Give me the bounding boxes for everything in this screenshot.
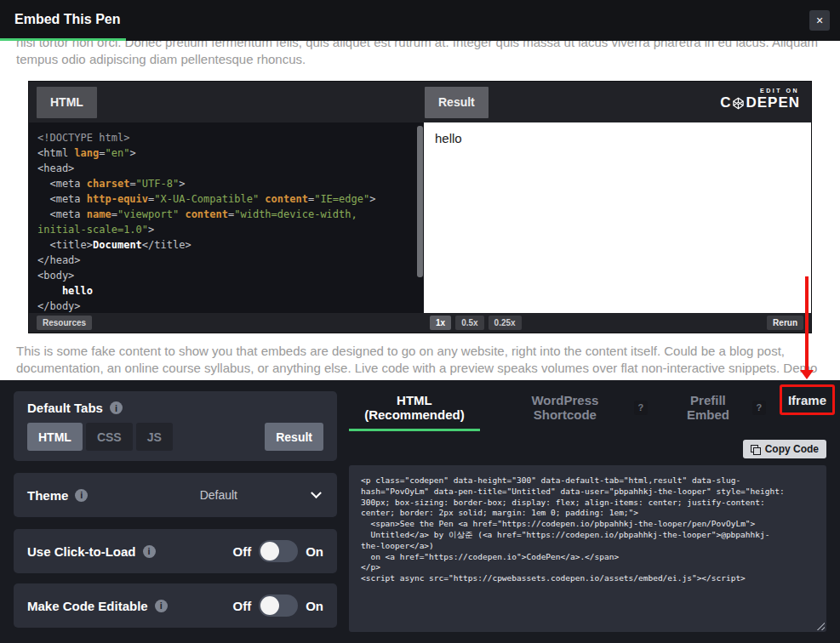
- embed-code-column: HTML (Recommended) WordPress Shortcode ?…: [349, 391, 826, 632]
- theme-panel[interactable]: Theme i Default: [14, 473, 337, 517]
- default-tab-html-button[interactable]: HTML: [27, 423, 83, 451]
- embed-tab-result[interactable]: Result: [425, 87, 489, 118]
- fake-paragraph-top: nisl tortor non orci. Donec pretium ferm…: [16, 41, 824, 68]
- embed-tab-html[interactable]: HTML: [37, 87, 97, 118]
- embed-this-pen-modal: Embed This Pen × nisl tortor non orci. D…: [0, 0, 840, 643]
- click-to-load-on-label: On: [306, 544, 323, 559]
- zoom-05x-button[interactable]: 0.5x: [455, 316, 483, 330]
- tab-label: Prefill Embed: [670, 393, 746, 422]
- copy-icon: [751, 445, 760, 454]
- edit-on-label: EDIT ON: [720, 88, 799, 94]
- codepen-logo-text-after: DEPEN: [746, 94, 800, 111]
- copy-code-row: Copy Code: [349, 440, 826, 458]
- zoom-1x-button[interactable]: 1x: [430, 316, 451, 330]
- zoom-025x-button[interactable]: 0.25x: [489, 316, 522, 330]
- embed-footer: Resources 1x 0.5x 0.25x Rerun: [29, 313, 811, 333]
- embed-options-section: Default Tabs i HTML CSS JS Result Theme …: [0, 380, 840, 643]
- tab-iframe[interactable]: Iframe: [788, 391, 826, 417]
- codepen-logo-icon: [732, 97, 745, 110]
- code-editor[interactable]: <!DOCTYPE html><html lang="en"><head> <m…: [29, 122, 416, 313]
- embed-code-text: <p class="codepen" data-height="300" dat…: [361, 475, 814, 584]
- modal-title: Embed This Pen: [14, 12, 120, 27]
- tab-iframe-wrapper: Iframe: [788, 391, 826, 417]
- edit-on-codepen-link[interactable]: EDIT ON C DEPEN: [720, 88, 800, 111]
- result-output: hello: [435, 131, 462, 145]
- default-tab-js-button[interactable]: JS: [136, 423, 173, 451]
- toggle-knob: [260, 596, 279, 615]
- scrollbar-thumb[interactable]: [417, 126, 423, 277]
- theme-label: Theme: [27, 488, 68, 503]
- tab-label: WordPress Shortcode: [502, 393, 628, 422]
- default-tab-css-button[interactable]: CSS: [86, 423, 133, 451]
- click-to-load-label: Use Click-to-Load: [27, 544, 136, 559]
- embed-code-tabs: HTML (Recommended) WordPress Shortcode ?…: [349, 391, 826, 431]
- info-icon[interactable]: i: [143, 545, 156, 558]
- result-panel: hello: [424, 122, 811, 313]
- code-editable-panel: Make Code Editable i Off On: [14, 583, 337, 628]
- embed-code-textarea[interactable]: <p class="codepen" data-height="300" dat…: [349, 465, 826, 632]
- tab-wordpress-shortcode[interactable]: WordPress Shortcode ?: [502, 391, 648, 431]
- theme-selected-value: Default: [200, 488, 237, 502]
- tab-prefill-embed[interactable]: Prefill Embed ?: [670, 391, 766, 431]
- resources-button[interactable]: Resources: [37, 316, 92, 330]
- codepen-logo: C DEPEN: [720, 94, 800, 111]
- zoom-buttons: 1x 0.5x 0.25x: [430, 316, 522, 330]
- embed-body: <!DOCTYPE html><html lang="en"><head> <m…: [29, 122, 811, 313]
- code-editable-on-label: On: [306, 599, 323, 613]
- default-tab-result-button[interactable]: Result: [265, 423, 323, 451]
- default-tabs-panel: Default Tabs i HTML CSS JS Result: [14, 391, 337, 461]
- click-to-load-toggle[interactable]: [259, 540, 298, 562]
- default-tabs-label: Default Tabs: [27, 401, 103, 415]
- info-icon[interactable]: i: [75, 489, 88, 502]
- click-to-load-panel: Use Click-to-Load i Off On: [14, 529, 337, 573]
- fake-content-page: nisl tortor non orci. Donec pretium ferm…: [0, 41, 840, 380]
- copy-code-button[interactable]: Copy Code: [743, 440, 826, 458]
- help-icon[interactable]: ?: [634, 401, 648, 415]
- resize-handle-icon[interactable]: [815, 621, 825, 630]
- info-icon[interactable]: i: [155, 600, 168, 612]
- tab-html-recommended[interactable]: HTML (Recommended): [349, 391, 480, 431]
- codepen-logo-text-before: C: [720, 94, 731, 111]
- modal-header: Embed This Pen ×: [0, 0, 840, 41]
- chevron-down-icon: [311, 487, 322, 498]
- editor-lines: <!DOCTYPE html><html lang="en"><head> <m…: [37, 130, 416, 313]
- code-editable-label: Make Code Editable: [27, 599, 148, 613]
- code-editable-toggle[interactable]: [259, 595, 298, 617]
- code-editable-off-label: Off: [232, 599, 251, 613]
- toggle-knob: [260, 542, 279, 560]
- editor-scrollbar[interactable]: [416, 122, 424, 313]
- help-icon[interactable]: ?: [752, 401, 766, 415]
- options-column: Default Tabs i HTML CSS JS Result Theme …: [14, 391, 337, 632]
- close-button[interactable]: ×: [809, 10, 830, 31]
- rerun-button[interactable]: Rerun: [767, 316, 803, 330]
- embedded-pen-preview: HTML Result EDIT ON C DEPEN: [28, 81, 812, 333]
- close-icon: ×: [816, 14, 823, 27]
- embed-header: HTML Result EDIT ON C DEPEN: [29, 82, 811, 122]
- fake-paragraph-bottom: This is some fake content to show you th…: [16, 343, 824, 377]
- click-to-load-off-label: Off: [232, 544, 251, 559]
- info-icon[interactable]: i: [110, 401, 123, 414]
- copy-code-label: Copy Code: [765, 443, 819, 455]
